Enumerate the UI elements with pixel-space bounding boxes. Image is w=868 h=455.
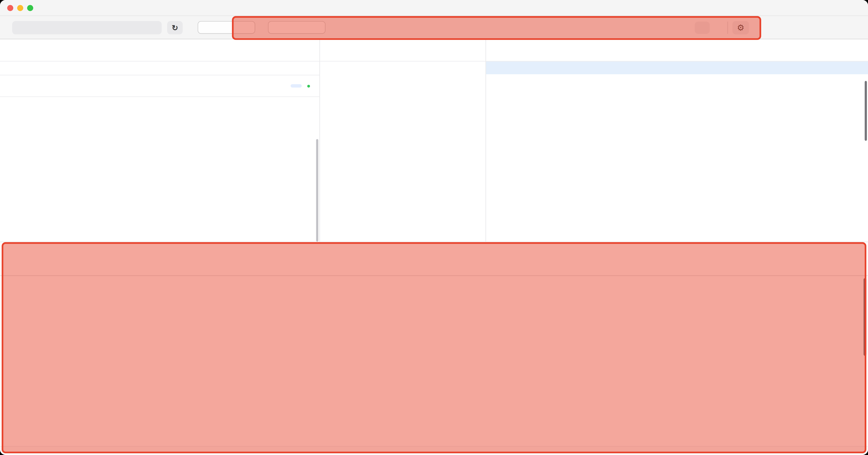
gear-icon: ⚙ bbox=[737, 23, 744, 32]
internet-details-header bbox=[0, 75, 319, 97]
end-ip-input[interactable] bbox=[268, 21, 326, 34]
interface-select[interactable] bbox=[12, 21, 161, 34]
start-ip-input[interactable] bbox=[198, 21, 255, 34]
interface-cards bbox=[0, 61, 319, 75]
left-panel-scrollbar[interactable] bbox=[316, 139, 318, 242]
results-table-header bbox=[0, 265, 868, 276]
close-window-button[interactable] bbox=[7, 5, 13, 11]
network-logs-header bbox=[486, 39, 868, 61]
app-stage: ↻ ⚙ bbox=[0, 0, 868, 455]
statusbar bbox=[0, 446, 868, 455]
toolbar: ↻ ⚙ bbox=[0, 16, 868, 39]
interface-details-panel bbox=[0, 39, 320, 241]
titlebar bbox=[0, 0, 868, 16]
refresh-icon: ↻ bbox=[172, 24, 178, 31]
top-panels bbox=[0, 39, 868, 241]
results-section bbox=[0, 241, 868, 446]
vlan-note-banner bbox=[486, 61, 868, 74]
live-dot-icon bbox=[307, 84, 310, 87]
internet-cards-partial bbox=[0, 104, 319, 113]
interface-details-header bbox=[0, 39, 319, 61]
ping-monitor-header bbox=[320, 39, 486, 61]
logs-scrollbar[interactable] bbox=[865, 81, 867, 141]
start-scan-button[interactable] bbox=[695, 22, 710, 33]
app-window: ↻ ⚙ bbox=[0, 0, 868, 455]
results-scrollbar[interactable] bbox=[864, 278, 867, 356]
network-logs-panel bbox=[486, 39, 868, 241]
speed-test-button[interactable] bbox=[291, 84, 302, 87]
results-header bbox=[0, 242, 868, 265]
live-status bbox=[307, 84, 312, 87]
settings-button[interactable]: ⚙ bbox=[733, 21, 749, 34]
zoom-window-button[interactable] bbox=[27, 5, 33, 11]
scan-range-group bbox=[187, 16, 716, 39]
toolbar-divider bbox=[727, 22, 728, 33]
results-table-body bbox=[0, 276, 868, 446]
refresh-button[interactable]: ↻ bbox=[167, 21, 183, 34]
main-content bbox=[0, 39, 868, 455]
ping-monitor-panel bbox=[320, 39, 486, 241]
internet-cards bbox=[0, 97, 319, 104]
minimize-window-button[interactable] bbox=[17, 5, 23, 11]
